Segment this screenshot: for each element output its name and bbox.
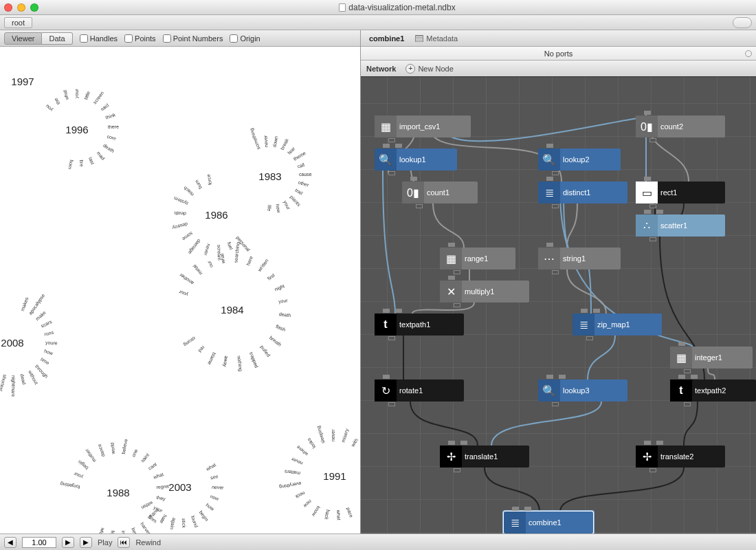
network-bar: Network +New Node [361, 60, 756, 77]
svg-text:something: something [249, 127, 262, 150]
svg-text:written: written [256, 258, 269, 273]
rect-icon: ▭ [636, 182, 658, 204]
svg-text:little: little [83, 91, 91, 100]
svg-text:again: again [168, 517, 177, 530]
word-wheel: youthewhatyourlittlescreensaidthinkthere… [12, 64, 142, 195]
node-string1[interactable]: ⋯string1 [538, 248, 621, 270]
frame-back-button[interactable]: ◀ [4, 537, 16, 548]
svg-text:death: death [102, 143, 115, 154]
svg-text:begin: begin [198, 509, 210, 522]
node-distinct1[interactable]: ≣distinct1 [538, 182, 627, 204]
play-button[interactable]: ▶ [80, 537, 92, 548]
svg-text:everything: everything [279, 481, 302, 490]
minimize-window-button[interactable] [17, 3, 25, 12]
metadata-icon [415, 35, 423, 42]
close-window-button[interactable] [4, 3, 12, 12]
svg-text:what: what [62, 89, 69, 101]
node-scatter1[interactable]: ∴scatter1 [636, 214, 725, 236]
checkbox-handles[interactable]: Handles [80, 34, 118, 43]
metadata-tab[interactable]: Metadata [415, 34, 458, 43]
node-translate1[interactable]: ✢translate1 [440, 446, 529, 468]
svg-text:dance: dance [97, 443, 106, 457]
zoom-window-button[interactable] [30, 3, 38, 12]
play-label: Play [98, 538, 112, 547]
svg-text:theme: theme [293, 151, 307, 162]
svg-text:here: here [245, 255, 254, 266]
svg-text:sleeping: sleeping [315, 425, 326, 443]
svg-text:your: your [278, 298, 289, 305]
node-range1[interactable]: ▦range1 [440, 248, 515, 270]
search-icon: 🔍 [538, 148, 560, 170]
frame-forward-button[interactable]: ▶ [62, 537, 74, 548]
svg-text:hate: hate [159, 514, 168, 524]
rotate-icon: ↻ [375, 380, 397, 402]
svg-text:matters: matters [284, 469, 300, 476]
svg-text:reach: reach [183, 186, 195, 197]
node-translate2[interactable]: ✢translate2 [636, 446, 725, 468]
ports-bar: No ports [361, 47, 756, 60]
svg-text:what: what [336, 509, 342, 520]
network-canvas[interactable]: ▦import_csv1 0▮count2 🔍lookup1 🔍lookup2 … [361, 77, 756, 534]
svg-text:last: last [88, 156, 96, 165]
svg-text:now: now [210, 494, 220, 501]
svg-text:call: call [297, 162, 305, 169]
svg-text:make: make [34, 310, 47, 322]
svg-text:breath: breath [269, 335, 282, 347]
svg-text:break: break [280, 138, 289, 151]
node-textpath2[interactable]: ttextpath2 [670, 380, 756, 402]
node-rotate1[interactable]: ↻rotate1 [375, 380, 464, 402]
node-rect1[interactable]: ▭rect1 [636, 182, 725, 204]
node-count1[interactable]: 0▮count1 [402, 182, 478, 204]
checkbox-point-numbers[interactable]: Point Numbers [163, 34, 223, 43]
svg-text:know: know [311, 505, 321, 518]
node-import-csv1[interactable]: ▦import_csv1 [375, 116, 471, 138]
svg-text:your: your [282, 200, 291, 211]
svg-text:red: red [197, 345, 205, 353]
network-tab[interactable]: Network [366, 65, 396, 73]
text-icon: t [375, 314, 397, 336]
rewind-label: Rewind [135, 538, 161, 547]
node-combine1[interactable]: ≣combine1 [504, 512, 593, 534]
svg-text:cause: cause [299, 172, 312, 177]
ports-settings-button[interactable] [745, 50, 752, 57]
node-count2[interactable]: 0▮count2 [636, 116, 725, 138]
viewer-options-bar: Viewer Data Handles Points Point Numbers… [0, 30, 360, 47]
node-multiply1[interactable]: ✕multiply1 [440, 280, 529, 302]
svg-text:dead: dead [20, 373, 27, 385]
word-wheel: whatseenevernowhowbeginfoundstickagainha… [114, 421, 246, 534]
checkbox-origin[interactable]: Origin [230, 34, 260, 43]
svg-text:the: the [53, 97, 60, 105]
svg-text:burn: burn [194, 179, 203, 190]
svg-text:trapped: trapped [248, 351, 259, 368]
svg-text:without: without [27, 368, 39, 385]
selected-node-tab[interactable]: combine1 [366, 33, 407, 44]
text-icon: t [670, 380, 692, 402]
svg-text:said: said [100, 102, 110, 111]
play-bar: ◀ 1.00 ▶ ▶ Play ⏮ Rewind [0, 534, 756, 550]
breadcrumb-root[interactable]: root [4, 17, 32, 28]
svg-text:begin: begin [77, 459, 89, 470]
svg-text:how: how [205, 503, 215, 512]
node-zip-map1[interactable]: ≣zip_map1 [572, 314, 662, 336]
checkbox-points[interactable]: Points [124, 34, 156, 43]
node-lookup2[interactable]: 🔍lookup2 [538, 148, 621, 170]
svg-text:runs: runs [44, 330, 54, 337]
tab-data[interactable]: Data [42, 32, 72, 45]
word-wheel: makesapocalypsemakescarsrunsyourehowtime… [0, 275, 80, 410]
node-lookup1[interactable]: 🔍lookup1 [375, 148, 457, 170]
string-icon: ⋯ [538, 248, 560, 270]
frame-field[interactable]: 1.00 [22, 537, 56, 548]
node-textpath1[interactable]: ttextpath1 [375, 314, 464, 336]
tab-viewer[interactable]: Viewer [4, 32, 42, 45]
svg-text:think: think [105, 112, 117, 120]
rewind-button[interactable]: ⏮ [118, 537, 130, 548]
viewer-canvas[interactable]: 1997 1996 1983 1986 1984 2008 1988 2003 … [0, 47, 360, 534]
svg-text:strong: strong [182, 336, 197, 348]
node-lookup3[interactable]: 🔍lookup3 [538, 380, 627, 402]
svg-text:looks: looks [306, 437, 316, 450]
new-node-button[interactable]: +New Node [405, 64, 453, 74]
svg-text:pace: pace [345, 507, 354, 518]
svg-text:fear: fear [287, 146, 296, 155]
breadcrumb-toggle[interactable] [733, 17, 752, 28]
node-integer1[interactable]: ▦integer1 [670, 346, 753, 368]
